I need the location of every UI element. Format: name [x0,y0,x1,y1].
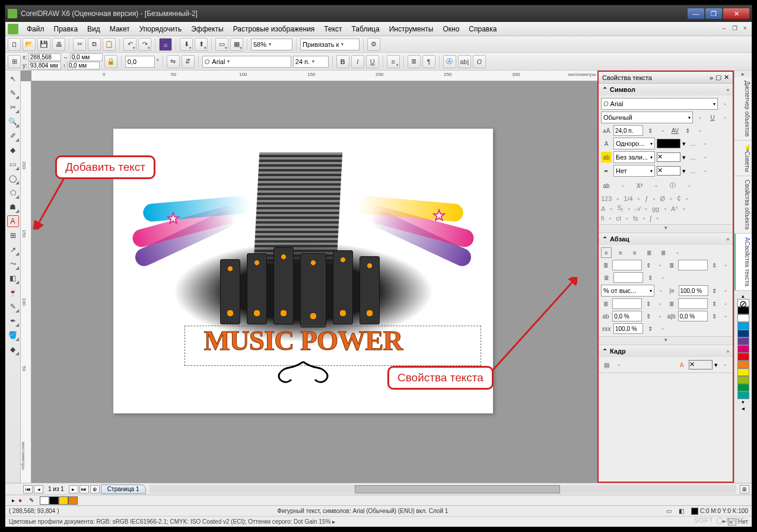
frame-text-icon[interactable]: A [676,359,687,370]
search-button[interactable]: ⌕ [159,38,172,51]
horizontal-ruler[interactable]: миллиметры 0 50 100 150 200 250 300 [31,71,597,81]
print-button[interactable]: 🖶 [52,38,65,51]
align-right-button[interactable]: ≡ [629,247,640,258]
char-spacing-field[interactable] [612,311,642,321]
text-properties-button[interactable]: Ⓐ [443,55,456,68]
eyedropper-tool[interactable]: ✎ [7,301,19,313]
table-tool[interactable]: ⊞ [7,230,19,241]
snap-combo[interactable]: Привязать к [300,39,360,50]
outline-combo[interactable]: Нет [613,165,655,177]
outline-tool[interactable]: ✒ [7,315,19,327]
color-swatch[interactable] [737,345,749,353]
menu-view[interactable]: Вид [82,24,105,34]
minimize-button[interactable]: — [688,8,704,19]
pos-y-field[interactable]: 93,804 мм [28,62,61,69]
color-swatch[interactable] [737,337,749,345]
indent-right-field[interactable] [613,272,643,283]
effects-tool[interactable]: ◧ [7,272,19,284]
tab-text-properties[interactable]: AСвойства текста [734,234,752,291]
color-swatch[interactable] [737,391,749,399]
shape-tool[interactable]: ✎ [7,87,19,99]
fill-tool[interactable]: 🪣 [7,329,19,341]
rotation-field[interactable] [125,56,155,68]
text-direction-button[interactable]: O [473,55,486,68]
menu-window[interactable]: Окно [438,24,464,34]
mirror-v-button[interactable]: ⇵ [182,55,195,68]
doc-swatch[interactable] [49,496,59,505]
close-button[interactable]: ✕ [723,8,749,19]
import-button[interactable]: ⬇ [180,38,193,51]
page-tab[interactable]: Страница 1 [101,485,146,494]
font-combo[interactable]: OArial [202,56,291,68]
docker-close-icon[interactable]: ✕ [724,74,729,81]
docker-size-field[interactable] [613,125,643,136]
bullet-button[interactable]: ≣ [408,55,421,68]
menu-edit[interactable]: Правка [49,24,83,34]
underline-icon[interactable]: U [707,112,718,123]
underline-button[interactable]: U [366,55,379,68]
open-button[interactable]: 📂 [23,38,36,51]
publish-pdf-button[interactable]: ▭ [215,38,228,51]
connector-tool[interactable]: ⤳ [7,258,19,270]
docker-style-combo[interactable]: Обычный [601,112,693,123]
menu-text[interactable]: Текст [319,24,346,34]
crop-tool[interactable]: ✂ [7,101,19,113]
menu-layout[interactable]: Макет [105,24,135,34]
word-spacing-field[interactable] [678,311,708,321]
bold-button[interactable]: B [336,55,349,68]
color-swatch[interactable] [737,376,749,384]
color-swatch[interactable] [737,368,749,376]
ellipse-tool[interactable]: ◯ [7,173,19,184]
menu-table[interactable]: Таблица [347,24,384,34]
rectangle-tool[interactable]: ▭ [7,158,19,170]
cut-button[interactable]: ✂ [73,38,86,51]
doc-swatch[interactable] [68,496,78,505]
basic-shapes-tool[interactable]: ☗ [7,201,19,213]
save-button[interactable]: 💾 [37,38,50,51]
docker-font-combo[interactable]: OArial [601,98,718,110]
menu-bitmaps[interactable]: Растровые изображения [228,24,320,34]
after-para-field[interactable] [678,298,708,309]
tab-object-properties[interactable]: Свойства объекта [734,176,752,234]
docker-collapse-icon[interactable]: » [710,74,713,81]
pick-tool[interactable]: ↖ [7,73,19,85]
bg-swatch[interactable]: ✕ [657,152,680,162]
first-page-button[interactable]: ⏮ [23,485,33,493]
transparency-tool[interactable]: 🍷 [7,286,19,298]
italic-button[interactable]: I [351,55,364,68]
navigator-button[interactable]: ⊞ [740,485,749,493]
frame-swatch[interactable]: ✕ [689,360,713,369]
frame-header[interactable]: ⌃Кадр▫ [599,345,733,357]
allcaps-icon[interactable]: Ⓘ [667,180,678,191]
doc-swatch[interactable] [40,496,49,505]
fill-swatch[interactable] [657,139,680,148]
columns-icon[interactable]: ▤ [601,359,612,370]
mirror-h-button[interactable]: ⇋ [167,55,180,68]
next-page-button[interactable]: ▸ [69,485,78,493]
export-button[interactable]: ⬆ [195,38,208,51]
pos-x-field[interactable]: 288,568 мм [28,53,61,61]
color-swatch[interactable] [737,353,749,361]
smart-fill-tool[interactable]: ◆ [7,144,19,156]
undo-button[interactable]: ↶ [123,38,136,51]
kerning-icon[interactable]: AV [670,125,680,136]
no-color-swatch[interactable]: ⊘ [737,299,749,307]
add-page-button[interactable]: ⊕ [90,485,100,493]
interactive-fill-tool[interactable]: ◆ [7,343,19,355]
mdi-close-icon[interactable]: × [741,25,749,33]
menu-arrange[interactable]: Упорядочить [135,24,186,34]
dropcap-button[interactable]: ¶ [422,55,435,68]
bg-type-combo[interactable]: Без зали... [613,151,655,163]
line-spacing-field[interactable] [679,285,708,296]
lock-ratio-button[interactable]: 🔒 [104,55,117,68]
palette-menu-icon[interactable]: ▸ [8,497,18,504]
color-swatch[interactable] [737,314,749,322]
canvas-viewport[interactable]: MUSIC POWER Добавить текст Свойства текс… [31,81,597,483]
tab-object-manager[interactable]: Диспетчер объектов [734,77,752,141]
color-swatch[interactable] [737,322,749,330]
zoom-combo[interactable]: 58% [251,39,292,50]
text-tool[interactable]: A [7,215,19,227]
palette-flyout[interactable]: ◂ [734,405,752,412]
align-center-button[interactable]: ≡ [615,247,626,258]
dimension-tool[interactable]: ↗ [7,244,19,256]
